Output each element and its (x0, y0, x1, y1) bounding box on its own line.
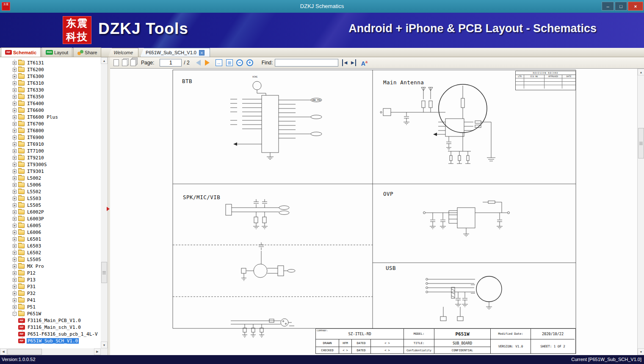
scrollbar-thumb[interactable] (101, 262, 107, 283)
tree-folder[interactable]: +L5503 (0, 195, 101, 202)
tree-folder[interactable]: +P41 (0, 297, 101, 303)
expand-icon[interactable]: + (13, 251, 17, 255)
tree-folder[interactable]: +IT6310 (0, 80, 101, 86)
find-input[interactable] (275, 59, 338, 67)
expand-icon[interactable]: + (13, 217, 17, 221)
expand-icon[interactable]: + (13, 231, 17, 234)
scroll-right-icon[interactable]: ▶ (94, 348, 101, 355)
tree-folder[interactable]: +IT6910 (0, 141, 101, 147)
tree-folder[interactable]: +IT6330 (0, 86, 101, 93)
tree-folder[interactable]: +L6006 (0, 229, 101, 236)
tab-layout[interactable]: PADS Layout (41, 47, 72, 57)
tree-folder[interactable]: +L6002P (0, 208, 101, 215)
tree-folder[interactable]: +MX Pro (0, 263, 101, 270)
facing-pages-icon[interactable] (122, 59, 127, 66)
maximize-button[interactable]: □ (615, 2, 627, 11)
expand-icon[interactable]: + (13, 197, 17, 200)
tree-folder[interactable]: +L5002 (0, 175, 101, 181)
expand-icon[interactable]: + (13, 264, 17, 268)
tree-folder[interactable]: +IT6131 (0, 59, 101, 66)
tree-folder[interactable]: +P12 (0, 270, 101, 276)
expand-icon[interactable]: + (13, 149, 17, 153)
tree-folder[interactable]: +IT9210 (0, 154, 101, 161)
expand-icon[interactable]: + (13, 176, 17, 180)
fit-page-icon[interactable]: ⊞ (226, 59, 233, 66)
tree-folder[interactable]: +IT6400 (0, 100, 101, 107)
tab-close-icon[interactable]: × (199, 50, 205, 56)
tree-file[interactable]: PDFF3116_Main_PCB_V1.0 (0, 317, 101, 324)
scrollbar-thumb[interactable] (638, 128, 644, 158)
expand-icon[interactable]: + (13, 95, 17, 99)
viewer-scrollbar[interactable]: ▲ ▼ (637, 69, 644, 355)
single-page-icon[interactable] (113, 59, 119, 66)
tree-file[interactable]: PDFP651-F6316_sub_pcb_1_4L-V (0, 331, 101, 337)
expand-icon[interactable]: + (13, 163, 17, 167)
tree-folder[interactable]: +L6503 (0, 242, 101, 249)
tree-folder[interactable]: +IT6350 (0, 93, 101, 100)
tree-folder[interactable]: +P32 (0, 290, 101, 297)
expand-icon[interactable]: + (13, 102, 17, 106)
expand-icon[interactable]: + (13, 244, 17, 248)
zoom-out-icon[interactable]: − (236, 59, 243, 66)
tree-folder[interactable]: +L5502 (0, 188, 101, 195)
tree-folder[interactable]: +IT6300 (0, 73, 101, 80)
find-next-icon[interactable]: ▶ (351, 59, 356, 66)
expand-icon[interactable]: + (13, 210, 17, 214)
tree-folder[interactable]: +IT7100 (0, 147, 101, 154)
expand-icon[interactable]: + (13, 203, 17, 207)
next-page-icon[interactable] (205, 60, 210, 66)
tree-folder[interactable]: +IT9300S (0, 161, 101, 168)
expand-icon[interactable]: + (13, 108, 17, 112)
expand-icon[interactable]: + (13, 285, 17, 289)
scroll-down-icon[interactable]: ▼ (638, 348, 644, 355)
expand-icon[interactable]: + (13, 190, 17, 194)
expand-icon[interactable]: + (13, 122, 17, 126)
font-size-icon[interactable]: Aa (361, 58, 368, 67)
expand-icon[interactable]: + (13, 115, 17, 119)
zoom-in-icon[interactable]: + (246, 59, 253, 66)
expand-icon[interactable]: + (13, 156, 17, 160)
expand-icon[interactable]: + (13, 129, 17, 133)
expand-icon[interactable]: + (13, 142, 17, 146)
tree-folder[interactable]: +P13 (0, 276, 101, 283)
expand-icon[interactable]: + (13, 237, 17, 241)
scroll-up-icon[interactable]: ▲ (101, 57, 108, 64)
splitter-collapse-icon[interactable] (107, 207, 110, 211)
tree-file[interactable]: PDFF3116_Main_sch_V1.0 (0, 324, 101, 331)
tree-folder-expanded[interactable]: -P651W (0, 310, 101, 317)
tree-folder[interactable]: +P31 (0, 283, 101, 290)
fit-width-icon[interactable]: ↔ (216, 59, 222, 66)
scroll-down-icon[interactable]: ▼ (101, 342, 108, 348)
expand-icon[interactable]: + (13, 278, 17, 282)
expand-icon[interactable]: + (13, 61, 17, 65)
tree-folder[interactable]: +IT9301 (0, 168, 101, 175)
tab-schematic[interactable]: PDF Schematic (1, 47, 41, 57)
tree-folder[interactable]: +L5505 (0, 256, 101, 263)
expand-icon[interactable]: + (13, 224, 17, 228)
expand-icon[interactable]: + (13, 88, 17, 92)
tab-document[interactable]: P651W_Sub_SCH_V1.0 × (140, 48, 210, 57)
find-prev-icon[interactable]: ◀ (342, 59, 347, 66)
sidebar-vscrollbar[interactable]: ▲ ▼ (101, 57, 108, 348)
scroll-up-icon[interactable]: ▲ (638, 69, 644, 75)
expand-icon[interactable]: + (13, 305, 17, 309)
tree-folder[interactable]: +L5505 (0, 202, 101, 208)
expand-icon[interactable]: + (13, 75, 17, 78)
expand-icon[interactable]: + (13, 271, 17, 275)
tree-folder[interactable]: +L6501 (0, 236, 101, 242)
expand-icon[interactable]: + (13, 136, 17, 139)
sidebar-hscrollbar[interactable]: ◀ ▶ (0, 348, 101, 355)
tab-share[interactable]: Share (73, 47, 101, 57)
tree-folder[interactable]: +IT6800 (0, 127, 101, 134)
tree-folder[interactable]: +L6003P (0, 215, 101, 222)
tree-folder[interactable]: +L6502 (0, 249, 101, 256)
tree-file[interactable]: PDFP651W_Sub_SCH_V1.0 (0, 337, 101, 344)
page-input[interactable] (160, 59, 182, 67)
expand-icon[interactable]: + (13, 68, 17, 72)
tree-folder[interactable]: +L5006 (0, 181, 101, 188)
expand-icon[interactable]: + (13, 183, 17, 187)
tree-folder[interactable]: +IT6600 Plus (0, 114, 101, 120)
scrollbar-thumb[interactable] (7, 349, 42, 355)
expand-icon[interactable]: + (13, 258, 17, 261)
expand-icon[interactable]: + (13, 298, 17, 302)
